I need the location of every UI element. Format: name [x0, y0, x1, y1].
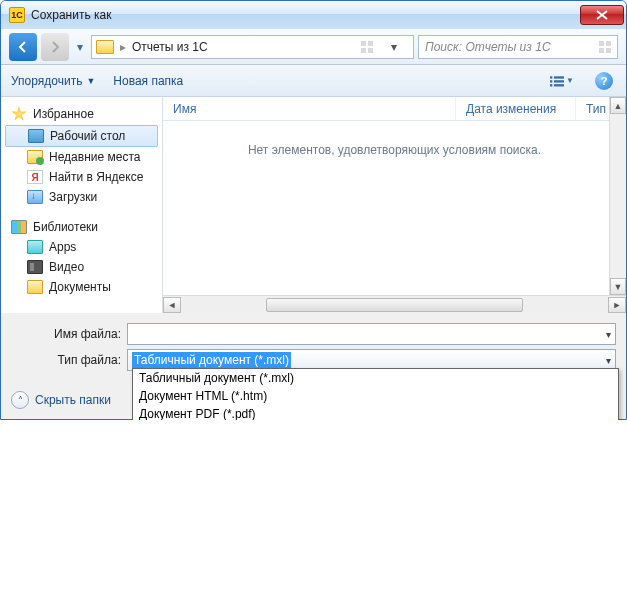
filetype-option[interactable]: Табличный документ (*.mxl) — [133, 369, 618, 387]
vertical-scrollbar[interactable]: ▲ ▼ — [609, 97, 626, 295]
libraries-icon — [11, 220, 27, 234]
window-title: Сохранить как — [31, 8, 580, 22]
scroll-up-icon[interactable]: ▲ — [610, 97, 626, 114]
app-icon: 1C — [9, 7, 25, 23]
grid-icon — [361, 41, 373, 53]
svg-rect-9 — [554, 76, 564, 78]
sidebar-item-recent[interactable]: Недавние места — [1, 147, 162, 167]
column-date[interactable]: Дата изменения — [456, 97, 576, 120]
svg-rect-7 — [606, 48, 611, 53]
star-icon — [11, 106, 27, 122]
filetype-label: Тип файла: — [11, 353, 121, 367]
documents-icon — [27, 280, 43, 294]
video-icon — [27, 260, 43, 274]
empty-message: Нет элементов, удовлетворяющих условиям … — [163, 121, 626, 295]
new-folder-button[interactable]: Новая папка — [113, 74, 183, 88]
recent-icon — [27, 150, 43, 164]
svg-rect-8 — [550, 76, 552, 78]
history-dropdown[interactable]: ▾ — [73, 35, 87, 59]
filename-input[interactable]: ▾ — [127, 323, 616, 345]
filetype-option[interactable]: Документ PDF (*.pdf) — [133, 405, 618, 420]
address-chevron-icon[interactable]: ▾ — [391, 40, 397, 54]
titlebar[interactable]: 1C Сохранить как — [1, 1, 626, 29]
sidebar-item-video[interactable]: Видео — [1, 257, 162, 277]
sidebar-item-yandex[interactable]: Я Найти в Яндексе — [1, 167, 162, 187]
save-as-dialog: 1C Сохранить как ▾ ▸ Отчеты из 1С ▾ Поис… — [0, 0, 627, 420]
svg-rect-13 — [554, 84, 564, 86]
nav-bar: ▾ ▸ Отчеты из 1С ▾ Поиск: Отчеты из 1С — [1, 29, 626, 65]
chevron-right-icon: ▸ — [120, 40, 126, 54]
sidebar-item-documents[interactable]: Документы — [1, 277, 162, 297]
filetype-option[interactable]: Документ HTML (*.htm) — [133, 387, 618, 405]
yandex-icon: Я — [27, 170, 43, 184]
filename-label: Имя файла: — [11, 327, 121, 341]
search-input[interactable]: Поиск: Отчеты из 1С — [418, 35, 618, 59]
apps-icon — [27, 240, 43, 254]
sidebar-item-desktop[interactable]: Рабочий стол — [5, 125, 158, 147]
desktop-icon — [28, 129, 44, 143]
back-button[interactable] — [9, 33, 37, 61]
toolbar: Упорядочить ▼ Новая папка ▼ ? — [1, 65, 626, 97]
svg-rect-5 — [606, 41, 611, 46]
body: Избранное Рабочий стол Недавние места Я … — [1, 97, 626, 313]
svg-rect-12 — [550, 84, 552, 86]
help-button[interactable]: ? — [592, 69, 616, 93]
downloads-icon — [27, 190, 43, 204]
file-list-area: Имя Дата изменения Тип Нет элементов, уд… — [163, 97, 626, 313]
address-bar[interactable]: ▸ Отчеты из 1С ▾ — [91, 35, 414, 59]
organize-button[interactable]: Упорядочить ▼ — [11, 74, 95, 88]
svg-rect-1 — [368, 41, 373, 46]
scroll-down-icon[interactable]: ▼ — [610, 278, 626, 295]
filetype-dropdown-list[interactable]: Табличный документ (*.mxl)Документ HTML … — [132, 368, 619, 420]
view-mode-button[interactable]: ▼ — [550, 69, 574, 93]
sidebar-item-apps[interactable]: Apps — [1, 237, 162, 257]
column-headers: Имя Дата изменения Тип — [163, 97, 626, 121]
svg-rect-6 — [599, 48, 604, 53]
close-button[interactable] — [580, 5, 624, 25]
chevron-down-icon: ▼ — [86, 76, 95, 86]
hide-folders-button[interactable]: ˄ Скрыть папки — [11, 391, 111, 409]
sidebar-group-libraries[interactable]: Библиотеки — [1, 217, 162, 237]
svg-rect-4 — [599, 41, 604, 46]
collapse-icon: ˄ — [11, 391, 29, 409]
chevron-down-icon[interactable]: ▾ — [606, 355, 611, 366]
column-name[interactable]: Имя — [163, 97, 456, 120]
sidebar-item-downloads[interactable]: Загрузки — [1, 187, 162, 207]
breadcrumb[interactable]: Отчеты из 1С — [132, 40, 208, 54]
search-placeholder: Поиск: Отчеты из 1С — [425, 40, 551, 54]
folder-icon — [96, 40, 114, 54]
chevron-down-icon[interactable]: ▾ — [606, 329, 611, 340]
scroll-thumb[interactable] — [266, 298, 522, 312]
svg-rect-2 — [361, 48, 366, 53]
svg-rect-0 — [361, 41, 366, 46]
grid-icon — [599, 41, 611, 53]
scroll-right-icon[interactable]: ► — [608, 297, 626, 313]
horizontal-scrollbar[interactable]: ◄ ► — [163, 295, 626, 313]
forward-button[interactable] — [41, 33, 69, 61]
svg-rect-10 — [550, 80, 552, 82]
sidebar: Избранное Рабочий стол Недавние места Я … — [1, 97, 163, 313]
svg-rect-11 — [554, 80, 564, 82]
svg-rect-3 — [368, 48, 373, 53]
sidebar-group-favorites[interactable]: Избранное — [1, 103, 162, 125]
scroll-left-icon[interactable]: ◄ — [163, 297, 181, 313]
